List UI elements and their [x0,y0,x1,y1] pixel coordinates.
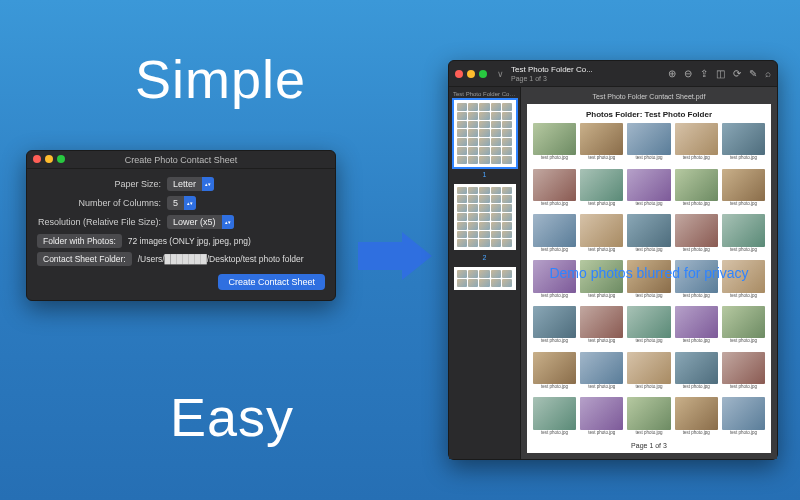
share-icon[interactable]: ⇪ [700,65,708,83]
contact-sheet-photo: test photo.jpg [722,214,765,256]
zoom-out-icon[interactable]: ⊖ [684,65,692,83]
contact-sheet-photo: test photo.jpg [627,352,670,394]
thumbnail-rail-title: Test Photo Folder Contac... [453,91,516,97]
contact-sheet-photo: test photo.jpg [722,352,765,394]
settings-titlebar: Create Photo Contact Sheet [27,151,335,169]
marketing-text-simple: Simple [135,48,306,110]
chevron-updown-icon: ▴▾ [222,215,234,229]
chevron-updown-icon: ▴▾ [202,177,214,191]
minimize-icon[interactable] [45,155,53,163]
thumbnail-page-number: 1 [453,171,516,178]
resolution-select[interactable]: Lower (x5) ▴▾ [167,215,234,229]
contact-sheet-photo: test photo.jpg [722,123,765,165]
close-icon[interactable] [33,155,41,163]
page-area[interactable]: Test Photo Folder Contact Sheet.pdf Phot… [521,87,777,459]
contact-sheet-photo: test photo.jpg [533,397,576,439]
contact-sheet-photo: test photo.jpg [722,397,765,439]
choose-photos-folder-button[interactable]: Folder with Photos: [37,234,122,248]
filename-header: Test Photo Folder Contact Sheet.pdf [527,93,771,100]
contact-sheet-photo: test photo.jpg [580,260,623,302]
contact-sheet-photo: test photo.jpg [675,306,718,348]
thumbnail-page-number: 2 [453,254,516,261]
contact-sheet-photo: test photo.jpg [675,214,718,256]
contact-sheet-photo: test photo.jpg [533,169,576,211]
contact-sheet-photo: test photo.jpg [533,306,576,348]
contact-sheet-page: Photos Folder: Test Photo Folder test ph… [527,104,771,453]
resolution-value: Lower (x5) [167,217,222,227]
photos-folder-value: 72 images (ONLY jpg, jpeg, png) [128,236,251,246]
contact-sheet-photo: test photo.jpg [580,123,623,165]
contact-sheet-photo: test photo.jpg [675,169,718,211]
preview-titlebar: ∨ Test Photo Folder Co... Page 1 of 3 ⊕ … [449,61,777,87]
contact-sheet-photo: test photo.jpg [722,260,765,302]
window-traffic-lights [33,155,65,163]
contact-sheet-photo: test photo.jpg [627,169,670,211]
contact-sheet-photo: test photo.jpg [627,260,670,302]
contact-sheet-photo: test photo.jpg [722,306,765,348]
markup-icon[interactable]: ✎ [749,65,757,83]
marketing-text-easy: Easy [170,386,294,448]
resolution-label: Resolution (Relative File Size): [37,217,167,227]
document-title: Test Photo Folder Co... [511,65,593,74]
thumbnail-page-2[interactable] [454,184,516,251]
minimize-icon[interactable] [467,70,475,78]
zoom-icon[interactable] [479,70,487,78]
contact-sheet-photo: test photo.jpg [722,169,765,211]
contact-sheet-photo: test photo.jpg [675,260,718,302]
zoom-icon[interactable] [57,155,65,163]
contact-sheet-photo: test photo.jpg [580,352,623,394]
rotate-icon[interactable]: ⟳ [733,65,741,83]
zoom-in-icon[interactable]: ⊕ [668,65,676,83]
contact-sheet-photo: test photo.jpg [627,214,670,256]
contact-sheet-photo: test photo.jpg [580,397,623,439]
search-icon[interactable]: ⌕ [765,65,771,83]
contact-sheet-photo: test photo.jpg [533,123,576,165]
contact-sheet-photo: test photo.jpg [675,352,718,394]
contact-sheet-photo: test photo.jpg [627,306,670,348]
preview-window: ∨ Test Photo Folder Co... Page 1 of 3 ⊕ … [448,60,778,460]
document-title-block: Test Photo Folder Co... Page 1 of 3 [511,65,593,83]
paper-size-value: Letter [167,179,202,189]
contact-sheet-photo: test photo.jpg [533,352,576,394]
output-folder-value: /Users/███████/Desktop/test photo folder [138,254,304,264]
contact-sheet-photo: test photo.jpg [580,169,623,211]
paper-size-select[interactable]: Letter ▴▾ [167,177,214,191]
thumbnail-page-3[interactable] [454,267,516,290]
thumbnail-page-1[interactable] [454,100,516,167]
columns-select[interactable]: 5 ▴▾ [167,196,196,210]
window-traffic-lights [455,70,487,78]
chevron-updown-icon: ▴▾ [184,196,196,210]
sidebar-toggle-icon[interactable]: ∨ [495,69,505,79]
paper-size-label: Paper Size: [37,179,167,189]
contact-sheet-photo: test photo.jpg [675,123,718,165]
contact-sheet-photo: test photo.jpg [627,123,670,165]
highlight-icon[interactable]: ◫ [716,65,725,83]
columns-value: 5 [167,198,184,208]
close-icon[interactable] [455,70,463,78]
contact-sheet-photo: test photo.jpg [580,306,623,348]
columns-label: Number of Columns: [37,198,167,208]
thumbnail-rail[interactable]: Test Photo Folder Contac... 1 2 [449,87,521,459]
sheet-title: Photos Folder: Test Photo Folder [533,110,765,119]
create-contact-sheet-button[interactable]: Create Contact Sheet [218,274,325,290]
settings-title: Create Photo Contact Sheet [125,155,238,165]
document-subtitle: Page 1 of 3 [511,74,593,83]
contact-sheet-photo: test photo.jpg [533,214,576,256]
choose-output-folder-button[interactable]: Contact Sheet Folder: [37,252,132,266]
contact-sheet-photo: test photo.jpg [675,397,718,439]
contact-sheet-photo: test photo.jpg [533,260,576,302]
sheet-footer: Page 1 of 3 [533,439,765,449]
contact-sheet-photo: test photo.jpg [627,397,670,439]
arrow-icon [358,232,438,280]
settings-window: Create Photo Contact Sheet Paper Size: L… [26,150,336,301]
contact-sheet-photo: test photo.jpg [580,214,623,256]
